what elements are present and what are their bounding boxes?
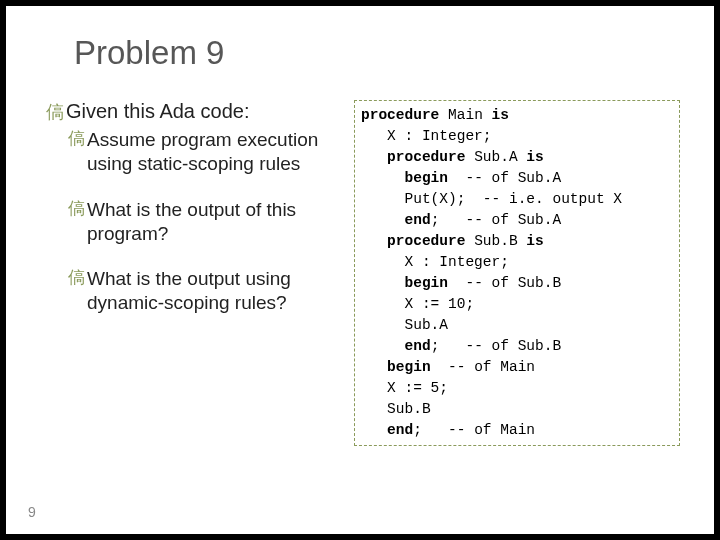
page-number: 9 (28, 504, 36, 520)
code-text: X : Integer; (361, 254, 509, 270)
bullet-sub-text: What is the output of this program? (87, 198, 336, 246)
code-text (361, 338, 405, 354)
bullet-icon: 傐 (68, 267, 85, 315)
code-text (361, 212, 405, 228)
bullet-sub-2: 傐 What is the output of this program? (68, 198, 336, 246)
code-text (361, 359, 387, 375)
bullet-sub-text: What is the output using dynamic-scoping… (87, 267, 336, 315)
bullet-icon: 傐 (68, 198, 85, 246)
left-column: 傐 Given this Ada code: 傐 Assume program … (46, 100, 336, 446)
code-text (361, 233, 387, 249)
code-text: Sub.A (361, 317, 448, 333)
bullet-sub-3: 傐 What is the output using dynamic-scopi… (68, 267, 336, 315)
bullet-sub-text: Assume program execution using static-sc… (87, 128, 336, 176)
code-text: Main (439, 107, 491, 123)
bullet-main-text: Given this Ada code: (66, 100, 249, 124)
code-text: -- of Sub.B (448, 275, 561, 291)
code-kw: begin (387, 359, 431, 375)
code-text: X := 5; (361, 380, 448, 396)
code-text: ; -- of Sub.B (431, 338, 562, 354)
code-text: Sub.B (361, 401, 431, 417)
code-text (361, 275, 405, 291)
code-kw: is (492, 107, 509, 123)
code-text: -- of Sub.A (448, 170, 561, 186)
code-text: X : Integer; (361, 128, 492, 144)
code-text: ; -- of Main (413, 422, 535, 438)
code-text: Sub.A (465, 149, 526, 165)
code-kw: is (526, 149, 543, 165)
bullet-sub-1: 傐 Assume program execution using static-… (68, 128, 336, 176)
code-kw: end (405, 212, 431, 228)
slide: Problem 9 傐 Given this Ada code: 傐 Assum… (6, 6, 714, 534)
code-kw: procedure (387, 149, 465, 165)
code-kw: end (405, 338, 431, 354)
bullet-icon: 傐 (68, 128, 85, 176)
slide-title: Problem 9 (74, 34, 680, 72)
code-text (361, 170, 405, 186)
content-row: 傐 Given this Ada code: 傐 Assume program … (46, 100, 680, 446)
bullet-icon: 傐 (46, 100, 64, 124)
code-text: -- of Main (431, 359, 535, 375)
code-text: ; -- of Sub.A (431, 212, 562, 228)
code-kw: procedure (361, 107, 439, 123)
code-text (361, 422, 387, 438)
code-text (361, 149, 387, 165)
code-kw: end (387, 422, 413, 438)
code-kw: begin (405, 170, 449, 186)
code-text: Sub.B (465, 233, 526, 249)
code-kw: procedure (387, 233, 465, 249)
code-text: X := 10; (361, 296, 474, 312)
code-kw: is (526, 233, 543, 249)
code-block: procedure Main is X : Integer; procedure… (354, 100, 680, 446)
code-text: Put(X); -- i.e. output X (361, 191, 622, 207)
bullet-main: 傐 Given this Ada code: (46, 100, 336, 124)
code-kw: begin (405, 275, 449, 291)
